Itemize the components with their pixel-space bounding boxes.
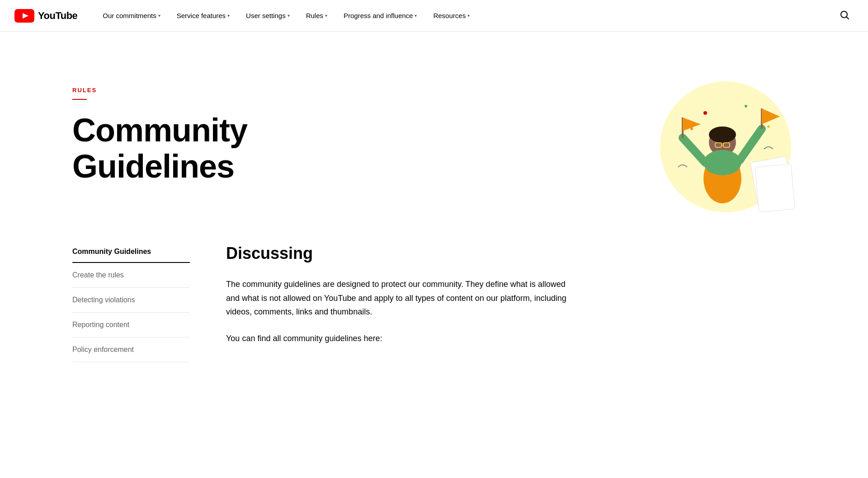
hero-tag: RULES — [72, 87, 389, 94]
svg-point-22 — [767, 125, 770, 128]
youtube-icon — [14, 9, 34, 23]
page-title: Community Guidelines — [72, 112, 389, 184]
section-title: Discussing — [226, 244, 570, 263]
sidebar-item-community-guidelines[interactable]: Community Guidelines — [72, 239, 190, 263]
nav-item-commitments[interactable]: Our commitments ▾ — [95, 8, 167, 23]
search-button[interactable] — [835, 6, 854, 26]
nav-item-user-settings[interactable]: User settings ▾ — [239, 8, 297, 23]
paragraph-1: The community guidelines are designed to… — [226, 277, 570, 319]
chevron-down-icon: ▾ — [467, 13, 470, 18]
illustration-svg — [642, 59, 796, 221]
hero-text: RULES Community Guidelines — [72, 87, 389, 184]
logo-link[interactable]: YouTube — [14, 9, 77, 23]
chevron-down-icon: ▾ — [288, 13, 290, 18]
svg-point-15 — [703, 150, 741, 175]
navbar: YouTube Our commitments ▾ Service featur… — [0, 0, 868, 32]
search-icon — [839, 9, 850, 20]
chevron-down-icon: ▾ — [415, 13, 417, 18]
nav-item-rules[interactable]: Rules ▾ — [299, 8, 335, 23]
chevron-down-icon: ▾ — [227, 13, 230, 18]
sidebar-item-detecting-violations[interactable]: Detecting violations — [72, 288, 190, 313]
sidebar-item-reporting-content[interactable]: Reporting content — [72, 313, 190, 337]
logo-text: YouTube — [38, 10, 77, 22]
content-area: Community Guidelines Create the rules De… — [0, 239, 868, 389]
main-content: Discussing The community guidelines are … — [226, 239, 570, 362]
nav-item-service[interactable]: Service features ▾ — [170, 8, 237, 23]
sidebar-item-create-rules[interactable]: Create the rules — [72, 263, 190, 288]
sidebar-item-policy-enforcement[interactable]: Policy enforcement — [72, 337, 190, 362]
nav-item-progress[interactable]: Progress and influence ▾ — [336, 8, 424, 23]
svg-point-9 — [709, 127, 736, 143]
chevron-down-icon: ▾ — [158, 13, 160, 18]
chevron-down-icon: ▾ — [325, 13, 327, 18]
svg-point-20 — [703, 111, 707, 115]
nav-item-resources[interactable]: Resources ▾ — [426, 8, 477, 23]
nav-links: Our commitments ▾ Service features ▾ Use… — [95, 8, 835, 23]
svg-point-23 — [690, 127, 693, 130]
hero-tag-underline — [72, 99, 87, 100]
svg-point-21 — [745, 105, 747, 108]
hero-section: RULES Community Guidelines — [0, 32, 868, 239]
paragraph-2: You can find all community guidelines he… — [226, 332, 570, 346]
svg-rect-6 — [755, 164, 795, 212]
sidebar: Community Guidelines Create the rules De… — [72, 239, 190, 362]
hero-illustration — [642, 59, 796, 212]
svg-line-3 — [847, 17, 849, 19]
section-body: The community guidelines are designed to… — [226, 277, 570, 345]
